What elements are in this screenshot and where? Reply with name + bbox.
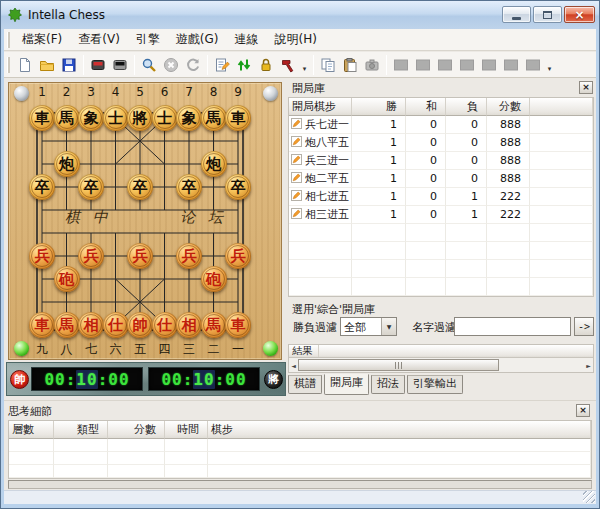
maximize-button[interactable]	[533, 6, 562, 23]
menu-grip[interactable]	[7, 32, 10, 48]
chess-board[interactable]: 棋 中 论 坛 123456789九八七六五四三二一車馬象士將士象馬車炮炮卒卒卒…	[8, 82, 282, 360]
edit-notes-button[interactable]	[211, 54, 233, 76]
black-clock-seconds: 00	[225, 370, 246, 389]
results-scrollbar[interactable]: ◄ ►	[289, 358, 593, 372]
think-column-header[interactable]: 分數	[108, 421, 165, 439]
opening-move-cell: 相七进五	[289, 188, 352, 206]
piece-black-f3-r3[interactable]: 卒	[78, 174, 104, 200]
opening-column-header[interactable]: 開局棋步	[289, 98, 352, 116]
opening-table-row[interactable]: 相七进五101222	[289, 188, 593, 206]
menu-item-6[interactable]: 說明(H)	[267, 28, 325, 51]
toolbar-separator	[207, 55, 208, 75]
opening-table-row[interactable]: 相三进五101222	[289, 206, 593, 224]
think-column-header[interactable]: 棋步	[208, 421, 591, 439]
piece-black-f8-r0[interactable]: 馬	[201, 105, 227, 131]
menu-item-5[interactable]: 連線	[227, 28, 267, 51]
piece-red-f2-r7[interactable]: 砲	[54, 266, 80, 292]
piece-red-f5-r6[interactable]: 兵	[127, 243, 153, 269]
swap-sides-button[interactable]	[233, 54, 255, 76]
piece-red-f5-r9[interactable]: 帥	[127, 312, 153, 338]
apply-filter-button[interactable]: ->	[574, 317, 594, 336]
piece-red-f4-r9[interactable]: 仕	[103, 312, 129, 338]
opening-empty-cell	[352, 224, 406, 242]
opening-panel-close-button[interactable]: ×	[579, 81, 593, 94]
resize-grip[interactable]	[583, 491, 595, 503]
piece-black-f3-r0[interactable]: 象	[78, 105, 104, 131]
piece-black-f6-r0[interactable]: 士	[152, 105, 178, 131]
piece-black-f7-r3[interactable]: 卒	[176, 174, 202, 200]
title-bar[interactable]: Intella Chess ×	[1, 1, 599, 29]
scroll-right-icon[interactable]: ►	[584, 362, 593, 369]
piece-black-f5-r0[interactable]: 將	[127, 105, 153, 131]
piece-red-f8-r7[interactable]: 砲	[201, 266, 227, 292]
think-column-header[interactable]: 層數	[9, 421, 54, 439]
piece-red-f6-r9[interactable]: 仕	[152, 312, 178, 338]
piece-red-f1-r9[interactable]: 車	[29, 312, 55, 338]
tab-4[interactable]: 引擎輸出	[407, 375, 463, 394]
opening-column-header[interactable]: 負	[446, 98, 487, 116]
menu-item-4[interactable]: 遊戲(G)	[168, 28, 227, 51]
close-button[interactable]: ×	[564, 6, 595, 23]
menu-item-3[interactable]: 引擎	[128, 28, 168, 51]
piece-black-f1-r0[interactable]: 車	[29, 105, 55, 131]
think-panel-close-button[interactable]: ×	[576, 404, 590, 417]
menu-item-1[interactable]: 檔案(F)	[14, 28, 70, 51]
piece-black-f2-r0[interactable]: 馬	[54, 105, 80, 131]
piece-red-f8-r9[interactable]: 馬	[201, 312, 227, 338]
chevron-down-icon[interactable]: ▼	[381, 318, 396, 335]
piece-black-f4-r0[interactable]: 士	[103, 105, 129, 131]
new-file-button[interactable]	[14, 54, 36, 76]
slot-1-button	[390, 54, 412, 76]
save-file-button[interactable]	[58, 54, 80, 76]
hammer-button[interactable]	[277, 54, 299, 76]
piece-black-f8-r2[interactable]: 炮	[201, 151, 227, 177]
opening-value-cell: 1	[352, 134, 406, 152]
opening-column-header[interactable]: 勝	[352, 98, 406, 116]
toolbar-overflow-icon[interactable]: ▾	[544, 54, 555, 76]
scroll-left-icon[interactable]: ◄	[289, 362, 298, 369]
minimize-button[interactable]	[502, 6, 531, 23]
lock-button[interactable]	[255, 54, 277, 76]
piece-black-f2-r2[interactable]: 炮	[54, 151, 80, 177]
opening-table-row[interactable]: 炮八平五100888	[289, 134, 593, 152]
piece-black-f5-r3[interactable]: 卒	[127, 174, 153, 200]
opening-table-row[interactable]: 炮二平五100888	[289, 170, 593, 188]
piece-red-f7-r6[interactable]: 兵	[176, 243, 202, 269]
think-column-header[interactable]: 時間	[165, 421, 208, 439]
opening-column-header[interactable]: 和	[406, 98, 446, 116]
copy-button[interactable]	[317, 54, 339, 76]
piece-red-f7-r9[interactable]: 相	[176, 312, 202, 338]
tab-3[interactable]: 招法	[371, 375, 405, 394]
opening-table-row[interactable]: 兵七进一100888	[289, 116, 593, 134]
menu-item-2[interactable]: 查看(V)	[70, 28, 128, 51]
result-filter-select[interactable]: 全部 ▼	[340, 317, 397, 336]
piece-black-f7-r0[interactable]: 象	[176, 105, 202, 131]
paste-button[interactable]	[339, 54, 361, 76]
piece-red-f3-r9[interactable]: 相	[78, 312, 104, 338]
open-file-button[interactable]	[36, 54, 58, 76]
results-header-label[interactable]: 結果	[289, 345, 319, 357]
think-panel-scroll-track[interactable]	[8, 480, 592, 489]
name-filter-input[interactable]	[454, 317, 571, 336]
piece-red-f3-r6[interactable]: 兵	[78, 243, 104, 269]
piece-red-f9-r9[interactable]: 車	[225, 312, 251, 338]
toolbar-overflow-icon[interactable]: ▾	[299, 54, 310, 76]
piece-red-f1-r6[interactable]: 兵	[29, 243, 55, 269]
think-column-header[interactable]: 類型	[54, 421, 108, 439]
search-button[interactable]	[138, 54, 160, 76]
piece-black-f1-r3[interactable]: 卒	[29, 174, 55, 200]
red-board-button[interactable]	[87, 54, 109, 76]
tab-2[interactable]: 開局庫	[324, 374, 369, 395]
think-empty-cell	[9, 439, 54, 452]
opening-table-row[interactable]: 兵三进一100888	[289, 152, 593, 170]
piece-red-f2-r9[interactable]: 馬	[54, 312, 80, 338]
toolbar-grip[interactable]	[7, 57, 10, 73]
black-board-button[interactable]	[109, 54, 131, 76]
scrollbar-thumb[interactable]	[298, 359, 499, 371]
opening-column-header[interactable]: 分數	[487, 98, 530, 116]
piece-black-f9-r0[interactable]: 車	[225, 105, 251, 131]
piece-red-f9-r6[interactable]: 兵	[225, 243, 251, 269]
tab-1[interactable]: 棋譜	[288, 375, 322, 394]
results-list-header[interactable]: 結果	[289, 345, 593, 358]
piece-black-f9-r3[interactable]: 卒	[225, 174, 251, 200]
